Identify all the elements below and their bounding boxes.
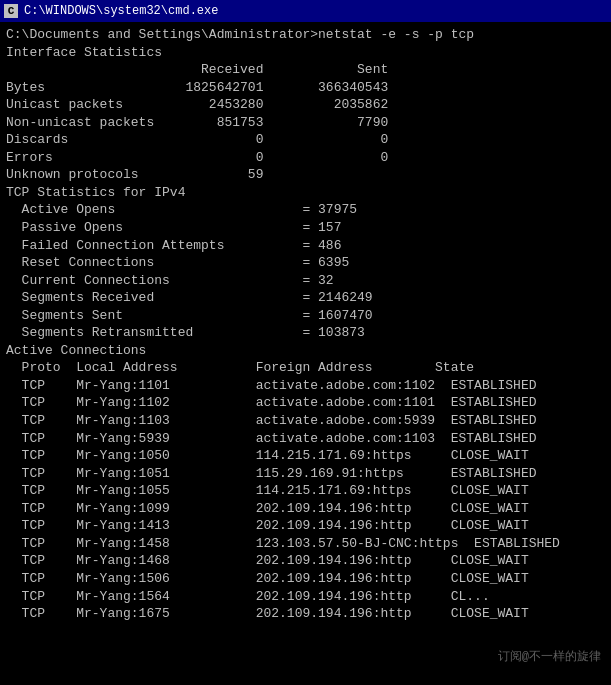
console-line: Errors 0 0: [6, 149, 605, 167]
window-icon: C: [4, 4, 18, 18]
console-line: Received Sent: [6, 61, 605, 79]
console-line: Segments Sent = 1607470: [6, 307, 605, 325]
console-line: Unknown protocols 59: [6, 166, 605, 184]
console-line: TCP Statistics for IPv4: [6, 184, 605, 202]
console-line: TCP Mr-Yang:1675 202.109.194.196:http CL…: [6, 605, 605, 623]
console-line: Bytes 1825642701 366340543: [6, 79, 605, 97]
console-line: Active Opens = 37975: [6, 201, 605, 219]
console-output: C:\Documents and Settings\Administrator>…: [0, 22, 611, 685]
console-line: Current Connections = 32: [6, 272, 605, 290]
console-line: TCP Mr-Yang:1051 115.29.169.91:https EST…: [6, 465, 605, 483]
console-line: TCP Mr-Yang:1099 202.109.194.196:http CL…: [6, 500, 605, 518]
console-line: TCP Mr-Yang:5939 activate.adobe.com:1103…: [6, 430, 605, 448]
console-line: TCP Mr-Yang:1458 123.103.57.50-BJ-CNC:ht…: [6, 535, 605, 553]
console-line: TCP Mr-Yang:1055 114.215.171.69:https CL…: [6, 482, 605, 500]
console-line: TCP Mr-Yang:1413 202.109.194.196:http CL…: [6, 517, 605, 535]
console-line: TCP Mr-Yang:1564 202.109.194.196:http CL…: [6, 588, 605, 606]
console-line: Non-unicast packets 851753 7790: [6, 114, 605, 132]
console-line: TCP Mr-Yang:1103 activate.adobe.com:5939…: [6, 412, 605, 430]
console-line: TCP Mr-Yang:1468 202.109.194.196:http CL…: [6, 552, 605, 570]
console-line: Failed Connection Attempts = 486: [6, 237, 605, 255]
watermark: 订阅@不一样的旋律: [498, 648, 601, 665]
console-line: Discards 0 0: [6, 131, 605, 149]
console-line: Active Connections: [6, 342, 605, 360]
console-line: Unicast packets 2453280 2035862: [6, 96, 605, 114]
console-line: TCP Mr-Yang:1102 activate.adobe.com:1101…: [6, 394, 605, 412]
console-line: Proto Local Address Foreign Address Stat…: [6, 359, 605, 377]
console-line: TCP Mr-Yang:1506 202.109.194.196:http CL…: [6, 570, 605, 588]
console-line: TCP Mr-Yang:1101 activate.adobe.com:1102…: [6, 377, 605, 395]
title-bar-text: C:\WINDOWS\system32\cmd.exe: [24, 4, 218, 18]
console-line: Segments Received = 2146249: [6, 289, 605, 307]
console-line: Reset Connections = 6395: [6, 254, 605, 272]
cmd-window: C C:\WINDOWS\system32\cmd.exe C:\Documen…: [0, 0, 611, 685]
console-line: Interface Statistics: [6, 44, 605, 62]
console-line: TCP Mr-Yang:1050 114.215.171.69:https CL…: [6, 447, 605, 465]
console-line: Passive Opens = 157: [6, 219, 605, 237]
console-line: C:\Documents and Settings\Administrator>…: [6, 26, 605, 44]
title-bar: C C:\WINDOWS\system32\cmd.exe: [0, 0, 611, 22]
console-line: Segments Retransmitted = 103873: [6, 324, 605, 342]
